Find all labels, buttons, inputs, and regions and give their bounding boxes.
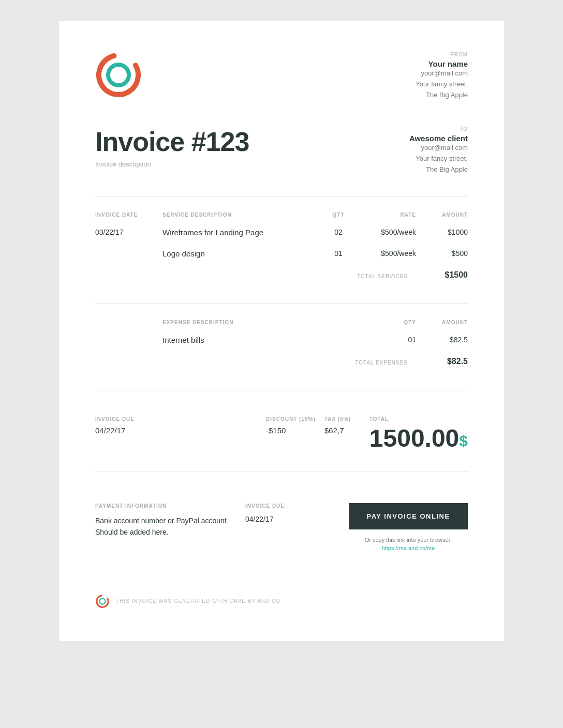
service-row-2: Logo design 01 $500/week $500	[95, 243, 468, 264]
expense-row-1: Internet bills 01 $82.5	[95, 329, 468, 351]
summary-discount-col: DISCOUNT (10%) -$150	[266, 416, 324, 435]
expense-qty-1: 01	[318, 336, 416, 344]
col-header-exp-desc: EXPENSE DESCRIPTION	[162, 320, 318, 325]
expenses-total-value: $82.5	[416, 357, 468, 369]
from-city: The Big Apple	[416, 90, 468, 101]
payment-due-col: INVOICE DUE 04/22/17	[245, 503, 349, 523]
payment-due-date: 04/22/17	[245, 515, 349, 523]
col-header-exp-amount: AMOUNT	[416, 320, 468, 325]
svg-point-2	[113, 70, 124, 80]
pay-button-col: PAY INVOICE ONLINE Or copy this link int…	[349, 503, 468, 553]
services-section: INVOICE DATE SERVICE DESCRIPTION QTY RAT…	[95, 207, 468, 293]
service-desc-2: Logo design	[162, 249, 318, 258]
total-currency: $	[459, 433, 468, 449]
invoice-description: Invoice description	[95, 160, 249, 168]
total-label: TOTAL	[369, 416, 468, 422]
service-desc-1: Wireframes for Landing Page	[162, 228, 318, 237]
svg-point-4	[99, 598, 105, 604]
col-header-date: INVOICE DATE	[95, 212, 162, 218]
service-qty-2: 01	[318, 249, 359, 257]
company-logo	[95, 52, 142, 98]
link-prefix: Or copy this link into your browser:	[365, 537, 452, 543]
summary-date-col: INVOICE DUE 04/22/17	[95, 416, 266, 435]
invoice-due-label: INVOICE DUE	[95, 416, 266, 422]
from-street: Your fancy street,	[416, 79, 468, 90]
invoice-footer: THIS INVOICE WAS GENERATED WITH CARE BY …	[95, 584, 468, 609]
services-total-label: TOTAL SERVICES	[354, 270, 416, 283]
tax-label: TAX (5%)	[324, 416, 369, 422]
col-header-amount: AMOUNT	[416, 212, 468, 218]
payment-info-text: Bank account number or PayPal account Sh…	[95, 515, 245, 538]
from-label: FROM	[416, 52, 468, 57]
divider-2	[95, 304, 468, 304]
col-header-service-desc: SERVICE DESCRIPTION	[162, 212, 318, 218]
summary-tax-col: TAX (5%) $62,7	[324, 416, 369, 435]
services-total-row: TOTAL SERVICES $1500	[95, 264, 468, 293]
pay-invoice-button[interactable]: PAY INVOICE ONLINE	[349, 503, 468, 529]
service-amount-1: $1000	[416, 228, 468, 236]
service-rate-1: $500/week	[359, 228, 416, 236]
invoice-title-row: Invoice #123 Invoice description TO Awes…	[95, 126, 468, 175]
discount-value: -$150	[266, 426, 324, 435]
expense-desc-1: Internet bills	[162, 336, 318, 344]
payment-info-col: PAYMENT INFORMATION Bank account number …	[95, 503, 245, 538]
to-name: Awesome client	[409, 134, 468, 143]
payment-info-label: PAYMENT INFORMATION	[95, 503, 245, 509]
divider-4	[95, 472, 468, 472]
to-city: The Big Apple	[409, 164, 468, 175]
total-amount: 1500.00$	[369, 426, 468, 451]
payment-info-line1: Bank account number or PayPal account	[95, 517, 227, 525]
from-name: Your name	[416, 59, 468, 68]
logo-area	[95, 52, 142, 98]
expenses-header-row: EXPENSE DESCRIPTION QTY AMOUNT	[95, 314, 468, 329]
payment-section: PAYMENT INFORMATION Bank account number …	[95, 493, 468, 553]
from-email: your@mail.com	[416, 68, 468, 79]
expense-amount-1: $82.5	[416, 336, 468, 344]
pay-link-text: Or copy this link into your browser: htt…	[365, 536, 452, 553]
to-street: Your fancy street,	[409, 154, 468, 164]
service-amount-2: $500	[416, 249, 468, 257]
from-block: FROM Your name your@mail.com Your fancy …	[416, 52, 468, 100]
services-total-value: $1500	[416, 270, 468, 283]
invoice-title: Invoice #123	[95, 126, 249, 157]
expenses-section: EXPENSE DESCRIPTION QTY AMOUNT Internet …	[95, 314, 468, 380]
discount-label: DISCOUNT (10%)	[266, 416, 324, 422]
service-qty-1: 02	[318, 228, 359, 236]
svg-point-3	[95, 594, 110, 609]
to-block: TO Awesome client your@mail.com Your fan…	[409, 126, 468, 175]
services-header-row: INVOICE DATE SERVICE DESCRIPTION QTY RAT…	[95, 207, 468, 222]
payment-due-label: INVOICE DUE	[245, 503, 349, 509]
invoice-due-date: 04/22/17	[95, 426, 266, 435]
payment-info-line2: Should be added here.	[95, 528, 169, 536]
service-row-1: 03/22/17 Wireframes for Landing Page 02 …	[95, 222, 468, 243]
footer-logo-icon	[95, 594, 110, 609]
invoice-title-left: Invoice #123 Invoice description	[95, 126, 249, 168]
col-header-qty: QTY	[318, 212, 359, 218]
col-header-exp-qty: QTY	[318, 320, 416, 325]
service-rate-2: $500/week	[359, 249, 416, 257]
expenses-total-label: TOTAL EXPENSES	[354, 357, 416, 369]
summary-section: INVOICE DUE 04/22/17 DISCOUNT (10%) -$15…	[95, 401, 468, 461]
invoice-page: FROM Your name your@mail.com Your fancy …	[59, 21, 504, 641]
total-integer: 1500.00	[369, 426, 460, 451]
tax-value: $62,7	[324, 426, 369, 435]
col-header-rate: RATE	[359, 212, 416, 218]
expenses-total-row: TOTAL EXPENSES $82.5	[95, 351, 468, 380]
divider-1	[95, 196, 468, 196]
to-label: TO	[409, 126, 468, 132]
divider-3	[95, 390, 468, 390]
footer-text: THIS INVOICE WAS GENERATED WITH CARE BY …	[116, 598, 280, 604]
pay-link[interactable]: https://me.and.co/me	[382, 545, 435, 551]
service-date-1: 03/22/17	[95, 228, 162, 236]
to-email: your@mail.com	[409, 143, 468, 154]
summary-total-col: TOTAL 1500.00$	[369, 416, 468, 451]
invoice-header: FROM Your name your@mail.com Your fancy …	[95, 52, 468, 100]
